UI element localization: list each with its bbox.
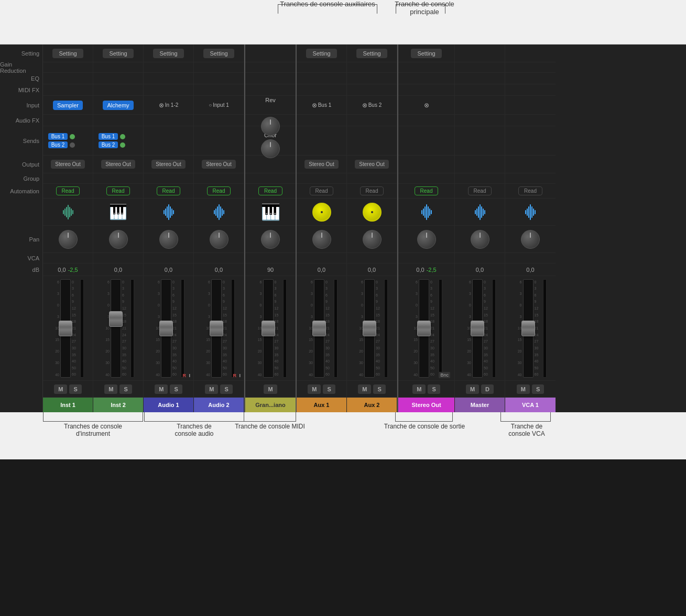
- setting-label: Setting: [21, 50, 39, 57]
- setting-btn-inst1[interactable]: Setting: [52, 49, 83, 58]
- setting-btn-aux2[interactable]: Setting: [356, 49, 387, 58]
- fader-master[interactable]: 63031015203040 0369121518212427303540506…: [464, 276, 496, 380]
- setting-btn-inst2[interactable]: Setting: [103, 49, 133, 58]
- channel-name-audio2: Audio 2: [194, 400, 244, 410]
- channel-name-vca1: VCA 1: [505, 400, 556, 410]
- link-icon-audio1: ⊗: [159, 102, 164, 109]
- send2-inst2[interactable]: Bus 2: [99, 141, 118, 148]
- fader-inst2[interactable]: 63031015203040 0369121518212427303540506…: [102, 276, 134, 380]
- input-btn-inst2[interactable]: Alchemy: [103, 101, 133, 110]
- pan-knob-midi1[interactable]: [261, 230, 280, 249]
- output-btn-audio1[interactable]: Stereo Out: [151, 160, 185, 169]
- r-indicator-audio2: R: [233, 373, 237, 378]
- mute-btn-aux2[interactable]: M: [358, 384, 371, 394]
- solo-btn-aux1[interactable]: S: [323, 384, 335, 394]
- output-btn-audio2[interactable]: Stereo Out: [202, 160, 235, 169]
- automation-btn-master[interactable]: Read: [468, 186, 492, 195]
- channel-name-stereoout: Stereo Out: [398, 400, 454, 410]
- mute-btn-inst1[interactable]: M: [54, 384, 67, 394]
- automation-label: Automation: [10, 188, 39, 194]
- automation-btn-audio1[interactable]: Read: [157, 186, 181, 195]
- output-label: Output: [22, 161, 39, 168]
- mute-btn-audio1[interactable]: M: [155, 384, 168, 394]
- setting-btn-audio1[interactable]: Setting: [153, 49, 183, 58]
- input-label-audio1: In 1-2: [165, 102, 179, 108]
- chor-knob[interactable]: [261, 139, 280, 158]
- setting-btn-stereoout[interactable]: Setting: [411, 49, 441, 58]
- annot-instrument: Tranches de consoled'instrument: [43, 423, 143, 437]
- solo-btn-audio1[interactable]: S: [170, 384, 182, 394]
- channel-icon-inst1: [63, 205, 73, 219]
- send1-inst2[interactable]: Bus 1: [99, 133, 118, 140]
- pan-knob-master[interactable]: [471, 230, 489, 249]
- setting-btn-audio2[interactable]: Setting: [203, 49, 234, 58]
- solo-btn-audio2[interactable]: S: [220, 384, 232, 394]
- fader-audio2[interactable]: 63031015203040 0369121518212427303540506…: [203, 276, 235, 380]
- db-val-stereoout: 0,0: [416, 267, 424, 273]
- fader-inst1[interactable]: 63031015203040 0369121518212427303540506…: [52, 276, 84, 380]
- mute-btn-midi1[interactable]: M: [264, 384, 277, 394]
- d-btn-master[interactable]: D: [481, 384, 494, 394]
- i-indicator-audio2: I: [239, 373, 241, 378]
- channel-midi1: Rev Chor Read 🎹 90: [244, 45, 297, 412]
- pan-knob-vca1[interactable]: [521, 230, 540, 249]
- midifx-label: MIDI FX: [18, 87, 39, 93]
- setting-btn-aux1[interactable]: Setting: [306, 49, 336, 58]
- solo-btn-inst2[interactable]: S: [119, 384, 132, 394]
- output-btn-aux1[interactable]: Stereo Out: [304, 160, 338, 169]
- i-indicator-audio1: I: [189, 373, 190, 378]
- automation-btn-vca1[interactable]: Read: [518, 186, 542, 195]
- mute-btn-master[interactable]: M: [466, 384, 479, 394]
- audiofx-label: Audio FX: [16, 117, 39, 124]
- bnc-indicator: Bnc: [439, 372, 450, 378]
- channel-audio2: Setting ○ Input 1 Stereo Out Read: [194, 45, 244, 412]
- fader-stereoout[interactable]: 63031015203040 0369121518212427303540506…: [410, 276, 442, 380]
- input-btn-inst1[interactable]: Sampler: [53, 101, 83, 110]
- input-label-aux2: Bus 2: [368, 102, 382, 108]
- solo-btn-stereoout[interactable]: S: [428, 384, 440, 394]
- row-labels: Setting Gain Reduction EQ MIDI FX Input …: [0, 45, 43, 412]
- send1-inst1[interactable]: Bus 1: [48, 133, 68, 140]
- automation-btn-aux2[interactable]: Read: [360, 186, 384, 195]
- pan-knob-stereoout[interactable]: [417, 230, 436, 249]
- db-val-vca1: 0,0: [526, 267, 534, 273]
- automation-btn-inst2[interactable]: Read: [106, 186, 130, 195]
- mute-btn-stereoout[interactable]: M: [412, 384, 426, 394]
- fader-aux2[interactable]: 63031015203040 0369121518212427303540506…: [356, 276, 388, 380]
- mute-btn-inst2[interactable]: M: [104, 384, 117, 394]
- pan-knob-aux1[interactable]: [312, 230, 331, 249]
- channel-aux1: Setting ⊗ Bus 1 Stereo Out Read 0,0: [297, 45, 347, 412]
- fader-aux1[interactable]: 63031015203040 0369121518212427303540506…: [306, 276, 337, 380]
- circle-icon-audio2: ○: [209, 102, 212, 108]
- fader-audio1[interactable]: 63031015203040 0369121518212427303540506…: [153, 276, 184, 380]
- solo-btn-vca1[interactable]: S: [532, 384, 544, 394]
- automation-btn-audio2[interactable]: Read: [207, 186, 231, 195]
- mute-btn-vca1[interactable]: M: [517, 384, 530, 394]
- rev-knob[interactable]: [261, 117, 280, 135]
- automation-btn-inst1[interactable]: Read: [56, 186, 80, 195]
- automation-btn-aux1[interactable]: Read: [310, 186, 334, 195]
- output-btn-inst2[interactable]: Stereo Out: [101, 160, 135, 169]
- db-val-aux1: 0,0: [318, 267, 325, 273]
- mute-btn-audio2[interactable]: M: [205, 384, 218, 394]
- pan-knob-inst2[interactable]: [109, 230, 128, 249]
- mute-btn-aux1[interactable]: M: [308, 384, 321, 394]
- pan-knob-aux2[interactable]: [363, 230, 382, 249]
- pan-knob-inst1[interactable]: [59, 230, 78, 249]
- fader-midi1[interactable]: 63031015203040 0369121518212427303540506…: [255, 276, 287, 380]
- channel-name-aux1: Aux 1: [297, 400, 346, 410]
- automation-btn-midi1[interactable]: Read: [258, 186, 282, 195]
- output-btn-inst1[interactable]: Stereo Out: [51, 160, 84, 169]
- automation-btn-stereoout[interactable]: Read: [415, 186, 439, 195]
- send2-inst1[interactable]: Bus 2: [48, 141, 68, 148]
- pan-knob-audio2[interactable]: [210, 230, 228, 249]
- channel-name-master: Master: [455, 400, 505, 410]
- main-top-label: Tranche de console principale: [383, 0, 466, 16]
- channel-icon-vca1: [525, 204, 536, 220]
- rev-label: Rev: [265, 97, 276, 103]
- output-btn-aux2[interactable]: Stereo Out: [355, 160, 388, 169]
- solo-btn-aux2[interactable]: S: [373, 384, 385, 394]
- fader-vca1[interactable]: 63031015203040 0369121518212427303540506…: [515, 276, 547, 380]
- pan-knob-audio1[interactable]: [159, 230, 178, 249]
- solo-btn-inst1[interactable]: S: [69, 384, 81, 394]
